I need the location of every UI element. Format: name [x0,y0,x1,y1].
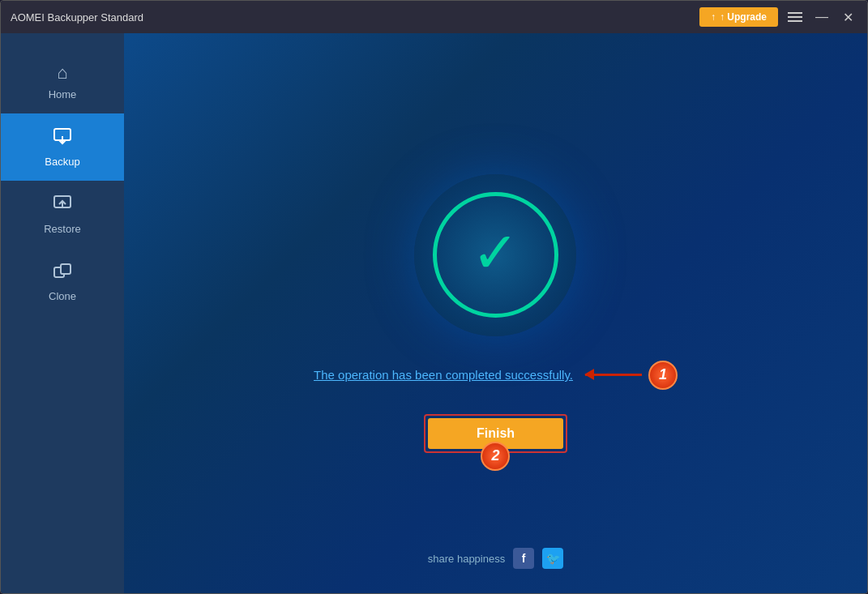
upgrade-label: ↑ Upgrade [720,11,767,23]
annotation-arrow-1: 1 [585,361,678,390]
finish-area: Finish 2 [424,414,567,453]
circle-ring: ✓ [433,192,558,318]
sidebar-item-restore[interactable]: Restore [1,181,124,248]
upgrade-arrow-icon: ↑ [711,11,716,23]
restore-icon [53,194,72,218]
minimize-button[interactable]: — [812,7,832,27]
backup-icon [53,126,72,151]
app-window: AOMEI Backupper Standard ↑ ↑ Upgrade — ✕… [0,0,868,594]
title-bar: AOMEI Backupper Standard ↑ ↑ Upgrade — ✕ [1,1,867,33]
sidebar-label-restore: Restore [44,223,81,235]
title-bar-controls: ↑ ↑ Upgrade — ✕ [699,7,857,27]
success-row: The operation has been completed success… [314,361,678,390]
social-share: share happiness f 🐦 [428,548,563,569]
svg-rect-5 [61,264,71,274]
sidebar-label-clone: Clone [49,290,76,302]
facebook-icon[interactable]: f [513,548,534,569]
sidebar-item-clone[interactable]: Clone [1,248,124,315]
twitter-icon[interactable]: 🐦 [542,548,563,569]
arrow-line-icon [585,374,642,376]
sidebar-item-backup[interactable]: Backup [1,113,124,181]
app-title: AOMEI Backupper Standard [11,11,699,24]
menu-icon[interactable] [785,9,806,25]
annotation-badge-2: 2 [481,442,510,471]
success-container: ✓ The operation has been completed succe… [314,174,678,453]
annotation-badge-2-wrapper: 2 [481,442,510,471]
sidebar-item-home[interactable]: ⌂ Home [1,49,124,113]
upgrade-button[interactable]: ↑ ↑ Upgrade [699,7,778,27]
main-content: ✓ The operation has been completed succe… [124,33,867,593]
success-circle: ✓ [414,174,576,336]
close-button[interactable]: ✕ [838,7,857,27]
app-body: ⌂ Home Backup [1,33,867,593]
clone-icon [53,261,72,285]
sidebar-label-home: Home [49,88,77,100]
sidebar-label-backup: Backup [45,156,79,168]
annotation-badge-1: 1 [648,361,678,390]
home-icon: ⌂ [57,62,67,83]
checkmark-icon: ✓ [472,224,520,281]
social-label: share happiness [428,553,505,565]
sidebar: ⌂ Home Backup [1,33,124,593]
success-message[interactable]: The operation has been completed success… [314,368,573,382]
